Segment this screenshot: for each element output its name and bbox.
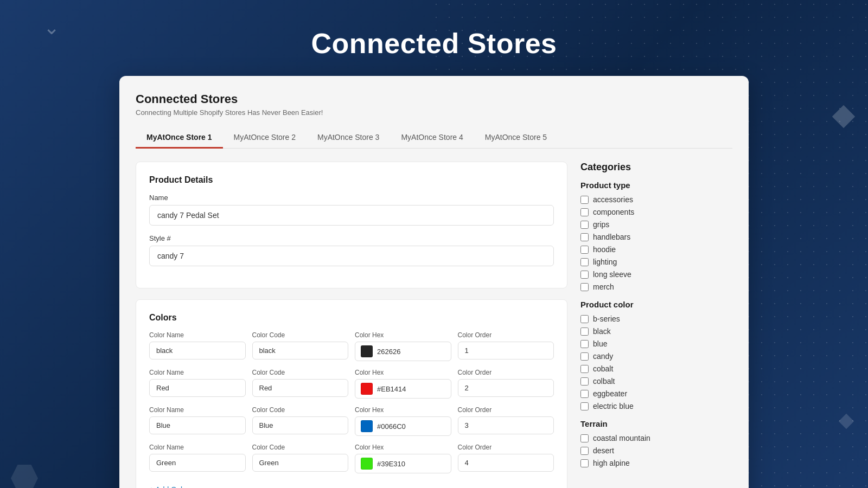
list-item: handlebars bbox=[580, 233, 732, 241]
checkbox-label-handlebars: handlebars bbox=[593, 233, 630, 241]
color-swatch-4 bbox=[361, 458, 373, 470]
checkbox-colbalt[interactable] bbox=[580, 377, 589, 386]
checkbox-candy[interactable] bbox=[580, 352, 589, 361]
color-name-label-4: Color Name bbox=[149, 444, 246, 451]
list-item: coastal mountain bbox=[580, 434, 732, 442]
product-color-label: Product color bbox=[580, 300, 732, 309]
list-item: high alpine bbox=[580, 459, 732, 467]
color-code-label-3: Color Code bbox=[252, 406, 349, 414]
color-order-input-4[interactable] bbox=[458, 454, 554, 472]
color-hex-input-4[interactable] bbox=[377, 460, 445, 468]
list-item: merch bbox=[580, 282, 732, 291]
checkbox-b-series[interactable] bbox=[580, 315, 589, 323]
color-hex-wrap-2 bbox=[355, 379, 451, 399]
color-order-input-3[interactable] bbox=[458, 416, 554, 434]
product-details-section: Product Details Name Style # bbox=[136, 162, 567, 288]
checkbox-label-desert: desert bbox=[593, 446, 614, 455]
color-hex-input-3[interactable] bbox=[377, 422, 445, 431]
tab-store-5[interactable]: MyAtOnce Store 5 bbox=[474, 127, 558, 149]
color-hex-input-1[interactable] bbox=[377, 348, 445, 356]
checkbox-electric-blue[interactable] bbox=[580, 402, 589, 410]
color-code-input-1[interactable] bbox=[252, 342, 349, 359]
list-item: eggbeater bbox=[580, 389, 732, 398]
color-row-headers-4: Color Name Color Code Color Hex bbox=[149, 444, 554, 473]
list-item: blue bbox=[580, 339, 732, 348]
color-order-label-3: Color Order bbox=[458, 406, 554, 414]
color-name-input-3[interactable] bbox=[149, 416, 246, 434]
checkbox-cobalt[interactable] bbox=[580, 365, 589, 373]
checkbox-merch[interactable] bbox=[580, 283, 589, 291]
list-item: accessories bbox=[580, 195, 732, 204]
tab-store-3[interactable]: MyAtOnce Store 3 bbox=[307, 127, 390, 149]
color-name-label-1: Color Name bbox=[149, 331, 246, 339]
tab-store-2[interactable]: MyAtOnce Store 2 bbox=[223, 127, 307, 149]
checkbox-label-blue: blue bbox=[593, 339, 607, 348]
list-item: b-series bbox=[580, 314, 732, 323]
color-swatch-1 bbox=[361, 345, 373, 357]
checkbox-label-merch: merch bbox=[593, 282, 614, 291]
checkbox-hoodie[interactable] bbox=[580, 246, 589, 254]
color-name-label-3: Color Name bbox=[149, 406, 246, 414]
checkbox-coastal-mountain[interactable] bbox=[580, 434, 589, 442]
color-code-input-3[interactable] bbox=[252, 416, 349, 434]
terrain-label: Terrain bbox=[580, 419, 732, 428]
product-color-list: b-series black blue candy cobalt bbox=[580, 314, 732, 410]
checkbox-handlebars[interactable] bbox=[580, 233, 589, 241]
color-order-input-1[interactable] bbox=[458, 342, 554, 359]
checkbox-label-colbalt: colbalt bbox=[593, 377, 615, 386]
color-code-label-1: Color Code bbox=[252, 331, 349, 339]
checkbox-label-components: components bbox=[593, 208, 634, 216]
tab-store-1[interactable]: MyAtOnce Store 1 bbox=[136, 127, 223, 149]
color-hex-label-2: Color Hex bbox=[355, 369, 451, 376]
color-order-input-2[interactable] bbox=[458, 379, 554, 397]
terrain-list: coastal mountain desert high alpine bbox=[580, 434, 732, 467]
color-code-input-4[interactable] bbox=[252, 454, 349, 472]
color-name-label-2: Color Name bbox=[149, 369, 246, 376]
checkbox-grips[interactable] bbox=[580, 221, 589, 229]
tab-store-4[interactable]: MyAtOnce Store 4 bbox=[390, 127, 474, 149]
diamond-decoration bbox=[832, 105, 855, 128]
style-input[interactable] bbox=[149, 246, 554, 266]
color-code-input-2[interactable] bbox=[252, 379, 349, 397]
checkbox-label-accessories: accessories bbox=[593, 195, 633, 204]
color-name-input-4[interactable] bbox=[149, 454, 246, 472]
checkbox-label-black: black bbox=[593, 327, 611, 336]
checkbox-label-coastal-mountain: coastal mountain bbox=[593, 434, 650, 442]
name-label: Name bbox=[149, 194, 554, 202]
color-row-headers-1: Color Name Color Code Color Hex bbox=[149, 331, 554, 361]
checkbox-blue[interactable] bbox=[580, 340, 589, 348]
card-subtitle: Connecting Multiple Shopify Stores Has N… bbox=[136, 108, 732, 117]
color-order-label-2: Color Order bbox=[458, 369, 554, 376]
list-item: candy bbox=[580, 352, 732, 361]
left-panel: Product Details Name Style # Colors bbox=[136, 162, 567, 488]
style-field-group: Style # bbox=[149, 234, 554, 266]
color-order-label-1: Color Order bbox=[458, 331, 554, 339]
color-hex-label-3: Color Hex bbox=[355, 406, 451, 414]
checkbox-accessories[interactable] bbox=[580, 196, 589, 204]
color-name-input-2[interactable] bbox=[149, 379, 246, 397]
hex-decoration bbox=[11, 465, 38, 488]
color-swatch-2 bbox=[361, 383, 373, 395]
checkbox-black[interactable] bbox=[580, 328, 589, 336]
checkbox-label-grips: grips bbox=[593, 220, 609, 229]
color-hex-wrap-1 bbox=[355, 342, 451, 361]
checkbox-long-sleeve[interactable] bbox=[580, 271, 589, 279]
color-name-input-1[interactable] bbox=[149, 342, 246, 359]
diamond-decoration-2 bbox=[839, 414, 854, 429]
card-title: Connected Stores bbox=[136, 92, 732, 106]
checkbox-lighting[interactable] bbox=[580, 258, 589, 266]
checkbox-eggbeater[interactable] bbox=[580, 390, 589, 398]
checkbox-components[interactable] bbox=[580, 208, 589, 216]
checkbox-desert[interactable] bbox=[580, 447, 589, 455]
name-input[interactable] bbox=[149, 205, 554, 226]
checkbox-label-high-alpine: high alpine bbox=[593, 459, 630, 467]
add-color-link[interactable]: + Add Color bbox=[149, 485, 189, 488]
list-item: hoodie bbox=[580, 245, 732, 254]
list-item: colbalt bbox=[580, 377, 732, 386]
color-order-label-4: Color Order bbox=[458, 444, 554, 451]
content-area: Product Details Name Style # Colors bbox=[136, 162, 732, 488]
colors-section: Colors Color Name Color Code Colo bbox=[136, 299, 567, 488]
checkbox-high-alpine[interactable] bbox=[580, 459, 589, 467]
main-card: Connected Stores Connecting Multiple Sho… bbox=[119, 76, 749, 488]
color-hex-input-2[interactable] bbox=[377, 385, 445, 393]
